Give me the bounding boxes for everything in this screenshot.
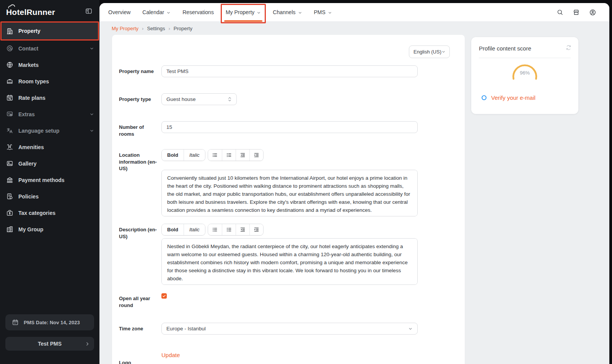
sidebar-item-contact[interactable]: Contact [0,40,99,57]
search-icon[interactable] [557,9,563,16]
sidebar-item-payment-methods[interactable]: Payment methods [0,172,99,188]
policy-document-icon [6,193,13,200]
open-all-year-checkbox[interactable] [161,293,167,299]
sidebar-item-label: Markets [18,62,39,68]
list-indent-group [208,149,264,161]
nav-item-channels[interactable]: Channels [273,3,302,22]
bold-button[interactable]: Bold [162,150,184,161]
store-icon[interactable] [573,9,580,16]
property-type-select[interactable]: Guest house [161,93,237,105]
nav-label: Calendar [142,9,164,15]
italic-button[interactable]: Italic [184,224,205,235]
sidebar-item-label: Policies [18,193,39,200]
nav-label: Channels [273,9,295,15]
sidebar-item-tax-categories[interactable]: Tax categories [0,205,99,221]
nav-label: My Property [226,9,254,15]
chevron-down-icon [328,11,332,15]
location-information-textarea[interactable]: Conveniently situated just 10 kilometers… [161,170,418,216]
italic-button[interactable]: Italic [184,150,205,161]
sidebar-item-label: Room types [18,78,49,84]
outdent-button[interactable] [236,150,249,161]
property-name-input[interactable] [161,65,418,77]
chevron-down-icon [90,112,94,117]
sidebar-item-label: Language setup [18,128,59,134]
breadcrumb-separator: › [142,26,143,31]
sidebar-item-label: Payment methods [18,177,65,183]
property-switcher-button[interactable]: Test PMS [5,337,94,351]
sidebar: HotelRunner Property Contact Markets Roo… [0,0,99,364]
bullet-list-button[interactable] [222,224,236,235]
indent-button[interactable] [249,150,263,161]
pms-date-button[interactable]: PMS Date: Nov 14, 2023 [5,314,94,330]
sidebar-item-amenities[interactable]: Amenities [0,139,99,155]
description-editor-toolbar: Bold Italic [161,224,264,236]
breadcrumb-my-property[interactable]: My Property [112,26,138,31]
description-textarea[interactable]: Nestled in Göbekli Meydan, the radiant c… [161,238,418,285]
indent-icon [254,152,259,158]
at-icon [6,45,13,52]
sidebar-header: HotelRunner [0,0,99,22]
time-zone-label: Time zone [119,325,159,332]
topbar-icon-group [557,9,609,16]
number-of-rooms-input[interactable] [161,121,418,133]
chevron-down-icon [257,11,261,15]
score-value: 96% [520,70,530,76]
ordered-list-button[interactable] [208,224,222,235]
content-language-value: English (US) [413,49,441,55]
sidebar-item-label: Extras [18,111,35,117]
property-type-value: Guest house [166,96,196,102]
breadcrumb-separator: › [168,26,170,31]
verify-email-label: Verify your e-mail [491,94,536,101]
location-editor-toolbar: Bold Italic [161,149,264,161]
up-down-caret-icon [228,96,232,102]
breadcrumb-settings[interactable]: Settings [147,26,165,31]
nav-item-my-property[interactable]: My Property [226,3,261,22]
nav-item-reservations[interactable]: Reservations [182,3,214,22]
account-icon[interactable] [589,9,596,16]
top-navigation-bar: Overview Calendar Reservations My Proper… [99,3,609,22]
calendar-percent-icon [6,94,13,101]
content-language-select[interactable]: English (US) [409,46,450,58]
hotelrunner-logo[interactable]: HotelRunner [6,6,55,16]
list-indent-group [208,224,264,236]
sidebar-item-extras[interactable]: Extras [0,106,99,122]
bold-button[interactable]: Bold [162,224,184,235]
sidebar-item-my-group[interactable]: My Group [0,221,99,237]
bullet-list-icon [226,152,232,158]
main-window: Overview Calendar Reservations My Proper… [99,3,609,364]
verify-email-action[interactable]: Verify your e-mail [481,94,536,101]
sidebar-item-label: Amenities [18,144,44,150]
time-zone-select[interactable]: Europe - Istanbul [161,323,418,335]
sidebar-item-property[interactable]: Property [1,22,99,40]
profile-content-score-card: Profile content score 96% Verify your e-… [471,37,578,114]
cloud-icon [8,4,24,9]
sidebar-item-gallery[interactable]: Gallery [0,155,99,172]
indent-button[interactable] [249,224,263,235]
sidebar-item-policies[interactable]: Policies [0,188,99,205]
bed-icon [6,78,13,85]
chevron-down-icon [441,50,446,54]
text-style-group: Bold Italic [161,224,205,236]
bullet-list-button[interactable] [222,150,236,161]
text-style-group: Bold Italic [161,149,205,161]
nav-label: PMS [314,9,326,15]
nav-item-overview[interactable]: Overview [108,3,130,22]
sidebar-item-language-setup[interactable]: Language setup [0,122,99,139]
property-settings-form: English (US) Property name Property type… [112,34,465,364]
sidebar-collapse-icon[interactable] [85,7,93,15]
translate-icon [6,127,13,134]
outdent-button[interactable] [236,224,249,235]
tax-briefcase-icon [6,209,13,216]
logo-update-link[interactable]: Update [161,352,180,358]
sidebar-nav: Property Contact Markets Room types Rate… [0,22,99,237]
sidebar-item-room-types[interactable]: Room types [0,73,99,89]
sidebar-item-markets[interactable]: Markets [0,57,99,73]
sidebar-item-rate-plans[interactable]: Rate plans [0,89,99,106]
nav-item-pms[interactable]: PMS [314,3,332,22]
nav-item-calendar[interactable]: Calendar [142,3,171,22]
chevron-down-icon [298,11,302,15]
refresh-icon[interactable] [565,44,572,51]
ordered-list-button[interactable] [208,150,222,161]
number-of-rooms-label: Number of rooms [119,124,159,137]
chevron-down-icon [166,11,171,15]
